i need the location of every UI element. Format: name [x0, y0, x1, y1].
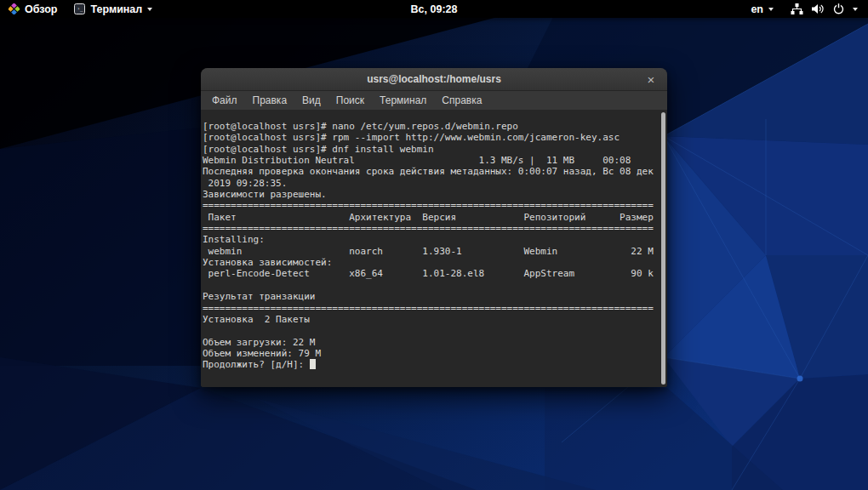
activities-button[interactable]: Обзор	[0, 0, 66, 18]
keyboard-layout-label: en	[751, 3, 763, 15]
terminal-app-icon: ›_	[74, 3, 85, 14]
terminal-cursor	[310, 359, 316, 369]
menu-bar: Файл Правка Вид Поиск Терминал Справка	[201, 91, 667, 110]
terminal-output[interactable]: [root@localhost usrs]# nano /etc/yum.rep…	[201, 110, 667, 371]
terminal-content[interactable]: [root@localhost usrs]# nano /etc/yum.rep…	[201, 110, 667, 387]
keyboard-layout-button[interactable]: en	[742, 0, 782, 18]
window-titlebar[interactable]: usrs@localhost:/home/usrs ×	[201, 68, 667, 91]
top-bar: Обзор ›_ Терминал Вс, 09:28 en	[0, 0, 868, 18]
menu-item-view[interactable]: Вид	[294, 92, 328, 109]
clock-button[interactable]: Вс, 09:28	[411, 3, 458, 15]
close-icon: ×	[648, 72, 655, 87]
menu-item-search[interactable]: Поиск	[328, 92, 372, 109]
menu-item-edit[interactable]: Правка	[245, 92, 295, 109]
chevron-down-icon	[768, 8, 774, 11]
distro-logo-icon	[9, 3, 20, 14]
clock-label: Вс, 09:28	[411, 3, 458, 15]
app-menu-button[interactable]: ›_ Терминал	[66, 0, 161, 18]
network-icon	[791, 3, 803, 14]
menu-item-terminal[interactable]: Терминал	[372, 92, 434, 109]
chevron-down-icon	[853, 8, 858, 11]
terminal-window: usrs@localhost:/home/usrs × Файл Правка …	[201, 68, 667, 387]
chevron-down-icon	[147, 8, 152, 11]
volume-icon	[812, 3, 825, 14]
activities-label: Обзор	[25, 3, 57, 15]
menu-item-file[interactable]: Файл	[204, 92, 245, 109]
close-button[interactable]: ×	[642, 68, 660, 90]
app-menu-label: Терминал	[90, 3, 142, 15]
window-title: usrs@localhost:/home/usrs	[367, 73, 501, 85]
menu-item-help[interactable]: Справка	[434, 92, 489, 109]
power-icon	[833, 3, 844, 14]
scrollbar-thumb[interactable]	[661, 112, 665, 385]
system-menu-button[interactable]	[782, 0, 861, 18]
